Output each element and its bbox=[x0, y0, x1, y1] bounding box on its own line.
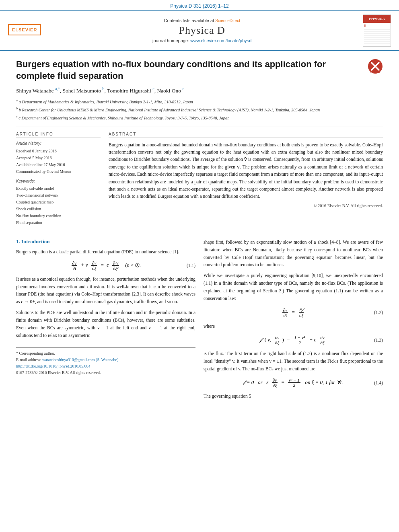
kw-2: Two-dimensional network bbox=[16, 192, 101, 199]
elsevier-logo-area: ELSEVIER bbox=[8, 24, 41, 37]
separator-2 bbox=[16, 231, 383, 231]
article-info-abstract-section: ARTICLE INFO Article history: Received 6… bbox=[16, 132, 383, 226]
eq-number-12: (1.2) bbox=[374, 310, 383, 315]
doi-link: http://dx.doi.org/10.1016/j.physd.2016.0… bbox=[16, 363, 195, 370]
authors-line: Shinya Watanabe a,*, Sohei Matsumoto b, … bbox=[16, 86, 383, 94]
received-date: Received 6 January 2016 bbox=[16, 148, 101, 154]
kw-4: Shock collision bbox=[16, 205, 101, 212]
copyright-line: © 2016 Elsevier B.V. All rights reserved… bbox=[109, 203, 383, 208]
eq-1-1: ∂v ∂t + v ∂v ∂ξ = ε ∂²v ∂ξ² bbox=[71, 261, 141, 271]
title-area: CrossMark Burgers equation with no-flux … bbox=[16, 59, 383, 82]
svg-text:CrossMark: CrossMark bbox=[370, 71, 380, 74]
affiliations: a a Department of Mathematics & Informat… bbox=[16, 98, 383, 122]
doi-text[interactable]: http://dx.doi.org/10.1016/j.physd.2016.0… bbox=[16, 364, 90, 368]
equation-1-2-block: ∂v ∂t = ∂𝒻 ∂ξ (1.2) bbox=[204, 307, 383, 318]
intro-para1: Burgers equation is a classic partial di… bbox=[16, 248, 195, 256]
eq-1-4: 𝒻 = 0 or ε ∂v ∂ξ = v² − 1 2 on ξ = 0, 1 … bbox=[243, 378, 343, 388]
article-info-col: ARTICLE INFO Article history: Received 6… bbox=[16, 132, 101, 226]
aff-c: c c Department of Engineering Science & … bbox=[16, 114, 383, 121]
body-content: 1. Introduction Burgers equation is a cl… bbox=[16, 238, 383, 404]
intro-para2: It arises as a canonical equation throug… bbox=[16, 275, 195, 306]
journal-ref-text: Physica D 331 (2016) 1–12 bbox=[170, 3, 228, 9]
equation-1-4-block: 𝒻 = 0 or ε ∂v ∂ξ = v² − 1 2 on ξ = 0, 1 … bbox=[204, 378, 383, 388]
aff-b: b b Research Center for Ubiquitous MEMS … bbox=[16, 106, 383, 113]
where-text: where bbox=[204, 322, 383, 330]
article-title: Burgers equation with no-flux boundary c… bbox=[16, 59, 363, 82]
journal-header: ELSEVIER Contents lists available at Sci… bbox=[0, 10, 399, 51]
elsevier-box: ELSEVIER bbox=[8, 24, 41, 35]
issn-text: 0167-2789/© 2016 Elsevier B.V. All right… bbox=[16, 370, 195, 376]
body-left-col: 1. Introduction Burgers equation is a cl… bbox=[16, 238, 195, 404]
equation-1-1-block: ∂v ∂t + v ∂v ∂ξ = ε ∂²v ∂ξ² bbox=[16, 261, 195, 271]
footnote-star: * Corresponding author. bbox=[16, 350, 195, 357]
right-para2: While we investigate a purely engineerin… bbox=[204, 272, 383, 302]
email-label: E-mail address: bbox=[16, 357, 41, 362]
eq-number-13: (1.3) bbox=[374, 338, 383, 343]
keywords-label: Keywords: bbox=[16, 179, 101, 183]
available-date: Available online 27 May 2016 bbox=[16, 161, 101, 168]
history-label: Article history: bbox=[16, 141, 101, 146]
email-address[interactable]: watanabeshinya310@gmail.com (S. Watanabe… bbox=[42, 357, 119, 362]
separator-1 bbox=[16, 127, 383, 127]
right-para3: is the flux. The first term on the right… bbox=[204, 350, 383, 373]
footnote-email: E-mail address: watanabeshinya310@gmail.… bbox=[16, 357, 195, 363]
right-para1: shape first, followed by an exponentiall… bbox=[204, 238, 383, 269]
aff-a: a a Department of Mathematics & Informat… bbox=[16, 98, 383, 105]
homepage-label: journal homepage: bbox=[152, 38, 189, 43]
body-right-col: shape first, followed by an exponentiall… bbox=[204, 238, 383, 404]
homepage-url[interactable]: www.elsevier.com/locate/physd bbox=[190, 38, 251, 43]
communicated-by: Communicated by Govind Menon bbox=[16, 168, 101, 175]
kw-3: Coupled quadratic map bbox=[16, 199, 101, 205]
eq-number-14: (1.4) bbox=[374, 380, 383, 385]
crossmark-badge: CrossMark bbox=[368, 59, 383, 74]
footnote-area: * Corresponding author. E-mail address: … bbox=[16, 347, 195, 376]
section-1-title: 1. Introduction bbox=[16, 238, 195, 245]
accepted-date: Accepted 5 May 2016 bbox=[16, 154, 101, 161]
governing-eq-note: The governing equation 5 bbox=[204, 392, 383, 400]
journal-title: Physica D bbox=[47, 25, 357, 37]
abstract-text: Burgers equation in a one-dimensional bo… bbox=[109, 141, 383, 200]
kw-1: Exactly solvable model bbox=[16, 185, 101, 192]
eq11-condition: (ε > 0). bbox=[125, 262, 141, 268]
eq-1-2: ∂v ∂t = ∂𝒻 ∂ξ bbox=[282, 307, 305, 318]
abstract-col: ABSTRACT Burgers equation in a one-dimen… bbox=[109, 132, 383, 226]
journal-reference: Physica D 331 (2016) 1–12 bbox=[0, 0, 399, 10]
kw-5: No-flux boundary condition bbox=[16, 212, 101, 219]
equation-1-3-block: 𝒻 ( v, ∂v ∂ξ ) = 1 − v² 2 bbox=[204, 335, 383, 345]
contents-text: Contents lists available at bbox=[164, 18, 214, 23]
journal-thumbnail: PHYSICA D bbox=[363, 14, 391, 47]
kw-6: Fluid separation bbox=[16, 219, 101, 226]
intro-para3: Solutions to the PDE are well understood… bbox=[16, 309, 195, 339]
contents-line: Contents lists available at ScienceDirec… bbox=[47, 18, 357, 23]
section-title-text: Introduction bbox=[21, 238, 50, 244]
eq-1-3: 𝒻 ( v, ∂v ∂ξ ) = 1 − v² 2 bbox=[260, 335, 326, 345]
header-middle: Contents lists available at ScienceDirec… bbox=[47, 18, 357, 43]
article-info-header: ARTICLE INFO bbox=[16, 132, 101, 138]
elsevier-label: ELSEVIER bbox=[12, 27, 37, 32]
main-content: CrossMark Burgers equation with no-flux … bbox=[0, 59, 399, 403]
eq-number-11: (1.1) bbox=[187, 263, 195, 268]
abstract-header: ABSTRACT bbox=[109, 132, 383, 138]
journal-homepage: journal homepage: www.elsevier.com/locat… bbox=[47, 38, 357, 43]
sciencedirect-text: ScienceDirect bbox=[215, 18, 240, 23]
section-number: 1. bbox=[16, 238, 20, 244]
